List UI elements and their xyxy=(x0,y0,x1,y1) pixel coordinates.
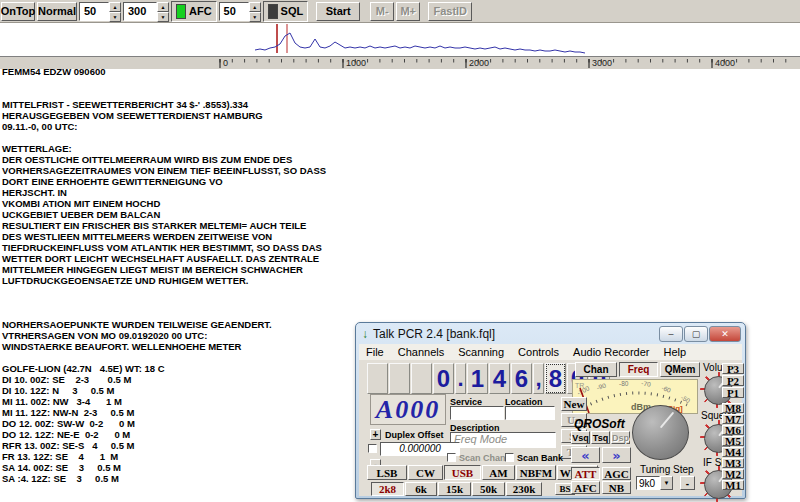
menu-controls[interactable]: Controls xyxy=(511,346,566,358)
squelch-level-spinner[interactable]: 50 ▲ ▼ xyxy=(219,2,261,21)
dropdown-icon[interactable]: ▼ xyxy=(660,476,673,490)
mode-cw-button[interactable]: CW xyxy=(408,465,443,480)
freq-digit[interactable] xyxy=(389,363,410,394)
spin-down-icon[interactable]: ▼ xyxy=(109,12,121,22)
m8-button[interactable]: M8 xyxy=(722,403,744,413)
menu-file[interactable]: File xyxy=(359,346,391,358)
minimize-icon: – xyxy=(668,329,673,339)
nb-button[interactable]: NB xyxy=(602,481,631,494)
freq-digit[interactable]: 6 xyxy=(511,363,532,394)
m2-button[interactable]: M2 xyxy=(722,469,744,479)
filter-50k-button[interactable]: 50k xyxy=(472,482,505,496)
mode-am-button[interactable]: AM xyxy=(482,465,515,480)
squelch-level-value[interactable]: 50 xyxy=(219,2,249,21)
fastid-button[interactable]: FastID xyxy=(428,2,472,21)
vfo-indicator: A000 xyxy=(370,394,446,425)
p3-button[interactable]: P3 xyxy=(722,363,744,374)
freq-digit-focused[interactable]: 8 xyxy=(545,363,566,394)
location-input[interactable] xyxy=(505,406,555,420)
service-input[interactable] xyxy=(450,406,504,420)
mark-freq-spinner[interactable]: 50 ▲ ▼ xyxy=(79,2,121,21)
freq-button[interactable]: Freq xyxy=(619,362,658,377)
freq-digit[interactable] xyxy=(367,363,388,394)
freq-digit[interactable]: 0 xyxy=(433,363,454,394)
p2-button[interactable]: P2 xyxy=(722,375,744,386)
mode-usb-button[interactable]: USB xyxy=(444,465,481,480)
m5-button[interactable]: M5 xyxy=(722,436,744,446)
spin-up-icon[interactable]: ▲ xyxy=(109,2,121,12)
tune-down-button[interactable]: « xyxy=(571,447,600,463)
afc-indicator[interactable]: AFC xyxy=(171,1,217,22)
ontop-button[interactable]: OnTop xyxy=(1,2,35,21)
p1-button[interactable]: P1 xyxy=(722,387,744,398)
m1-button[interactable]: M1 xyxy=(722,480,744,490)
tune-up-button[interactable]: » xyxy=(602,447,631,463)
mark-freq-value[interactable]: 50 xyxy=(79,2,109,21)
new-button[interactable]: New xyxy=(561,397,587,411)
memory-plus-button[interactable]: M+ xyxy=(396,2,420,21)
m7-button[interactable]: M7 xyxy=(722,414,744,424)
freq-digit[interactable]: 4 xyxy=(489,363,510,394)
space-freq-arrows[interactable]: ▲ ▼ xyxy=(157,2,169,21)
m4-button[interactable]: M4 xyxy=(722,447,744,457)
sql-led-icon xyxy=(268,4,278,19)
maximize-button[interactable]: ▢ xyxy=(684,326,708,342)
normal-button[interactable]: Normal xyxy=(37,2,77,21)
close-button[interactable]: ✕ xyxy=(709,326,741,342)
start-button[interactable]: Start xyxy=(316,2,360,21)
spin-up-icon[interactable]: ▲ xyxy=(249,2,261,12)
tuning-step-dropdown[interactable]: 9k0 ▼ xyxy=(636,476,673,490)
signal-meter: -100 -90 -80 -70 -60 -50 TR dBm [Sig] xyxy=(572,379,698,414)
mode-lsb-button[interactable]: LSB xyxy=(367,465,407,480)
spin-down-icon[interactable]: ▼ xyxy=(249,12,261,22)
svg-text:-60: -60 xyxy=(661,384,673,394)
freq-digit[interactable] xyxy=(411,363,432,394)
duplex-checkbox[interactable] xyxy=(368,444,377,453)
filter-230k-button[interactable]: 230k xyxy=(506,482,542,496)
duplex-plus-button[interactable]: + xyxy=(370,429,381,440)
afc-button[interactable]: AFC xyxy=(571,481,600,494)
filter-6k-button[interactable]: 6k xyxy=(405,482,437,496)
qmem-button[interactable]: QMem xyxy=(660,362,700,377)
mode-nbfm-button[interactable]: NBFM xyxy=(516,465,556,480)
scan-bank-checkbox[interactable] xyxy=(505,453,514,462)
tuning-step-value[interactable]: 9k0 xyxy=(636,476,660,490)
dsp-button[interactable]: Dsp xyxy=(611,431,630,444)
menu-help[interactable]: Help xyxy=(657,346,694,358)
description-input[interactable]: Freq Mode xyxy=(450,432,556,448)
vsq-button[interactable]: Vsq xyxy=(571,431,590,444)
squelch-level-arrows[interactable]: ▲ ▼ xyxy=(249,2,261,21)
mark-freq-arrows[interactable]: ▲ ▼ xyxy=(109,2,121,21)
menu-audio-recorder[interactable]: Audio Recorder xyxy=(566,346,656,358)
talk-pcr-window[interactable]: ↓ Talk PCR 2.4 [bank.fql] – ▢ ✕ File Cha… xyxy=(355,322,746,499)
step-minus-button[interactable]: - xyxy=(680,476,695,490)
svg-text:-50: -50 xyxy=(680,394,692,405)
m3-button[interactable]: M3 xyxy=(722,458,744,468)
title-bar[interactable]: ↓ Talk PCR 2.4 [bank.fql] – ▢ ✕ xyxy=(356,323,745,344)
sql-indicator[interactable]: SQL xyxy=(263,1,309,22)
att-button[interactable]: ATT xyxy=(571,467,600,480)
chan-button[interactable]: Chan xyxy=(575,362,617,377)
minimize-button[interactable]: – xyxy=(659,326,683,342)
memory-minus-button[interactable]: M- xyxy=(370,2,394,21)
squelch-type-row: Vsq Tsq Dsp xyxy=(571,431,630,444)
menu-scanning[interactable]: Scanning xyxy=(451,346,511,358)
spectrum-display[interactable] xyxy=(0,23,800,56)
spin-down-icon[interactable]: ▼ xyxy=(157,12,169,22)
space-freq-value[interactable]: 300 xyxy=(123,2,157,21)
freq-digit[interactable]: 1 xyxy=(467,363,488,394)
sql-label: SQL xyxy=(281,5,304,17)
spin-up-icon[interactable]: ▲ xyxy=(157,2,169,12)
agc-button[interactable]: AGC xyxy=(602,467,631,480)
filter-15k-button[interactable]: 15k xyxy=(438,482,471,496)
scan-chan-checkbox[interactable] xyxy=(447,453,456,462)
m6-button[interactable]: M6 xyxy=(722,425,744,435)
brand-label: QROSoft xyxy=(574,417,625,431)
menu-channels[interactable]: Channels xyxy=(391,346,451,358)
tuning-knob[interactable] xyxy=(632,405,689,460)
space-freq-spinner[interactable]: 300 ▲ ▼ xyxy=(123,2,169,21)
decoder-app-window: OnTop Normal 50 ▲ ▼ 300 ▲ ▼ AFC 50 ▲ ▼ xyxy=(0,0,800,502)
spectrum-trace xyxy=(0,23,800,56)
filter-2k8-button[interactable]: 2k8 xyxy=(371,482,404,496)
tsq-button[interactable]: Tsq xyxy=(591,431,610,444)
